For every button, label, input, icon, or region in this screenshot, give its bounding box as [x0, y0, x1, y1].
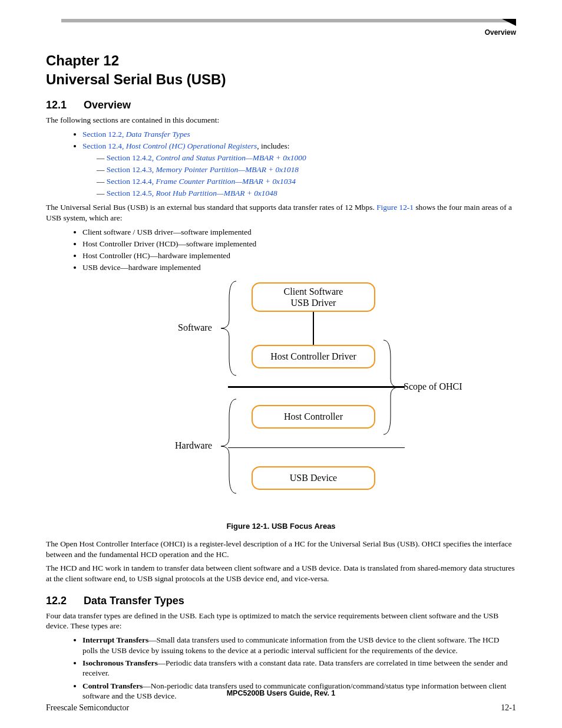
section-title: Overview	[84, 99, 131, 111]
toc-sublist: Section 12.4.2, Control and Status Parti…	[82, 153, 516, 199]
list-item: USB device—hardware implemented	[82, 262, 516, 273]
toc-item: Section 12.2, Data Transfer Types	[82, 129, 516, 140]
xref-link[interactable]: Section 12.4.4, Frame Counter Partition—…	[107, 177, 296, 186]
toc-subitem: Section 12.4.5, Root Hub Partition—MBAR …	[97, 188, 516, 199]
section-title: Data Transfer Types	[84, 595, 184, 607]
list-item: Client software / USB driver—software im…	[82, 227, 516, 238]
xref-figure-link[interactable]: Figure 12-1	[376, 203, 414, 212]
diagram-connector	[313, 312, 314, 345]
diagram-divider-thin	[228, 447, 405, 448]
page: Overview Chapter 12 Universal Serial Bus…	[0, 0, 562, 728]
list-item: Host Controller (HC)—hardware implemente…	[82, 251, 516, 261]
xref-link[interactable]: Section 12.2, Data Transfer Types	[82, 130, 190, 139]
toc-subitem: Section 12.4.3, Memory Pointer Partition…	[97, 164, 516, 175]
xref-link[interactable]: Section 12.4.5, Root Hub Partition—MBAR …	[107, 189, 277, 197]
overview-para-usb: The Universal Serial Bus (USB) is an ext…	[46, 202, 516, 223]
overview-para-ohci: The Open Host Controller Interface (OHCI…	[46, 539, 516, 559]
transfer-intro: Four data transfer types are defined in …	[46, 611, 516, 631]
diagram-box-hcd: Host Controller Driver	[252, 345, 375, 368]
section-transfer-heading: 12.2Data Transfer Types	[46, 595, 516, 607]
xref-link[interactable]: Section 12.4, Host Control (HC) Operatio…	[82, 141, 257, 150]
list-item: Isochronous Transfers—Periodic data tran…	[82, 658, 516, 678]
toc-item: Section 12.4, Host Control (HC) Operatio…	[82, 141, 516, 199]
section-num: 12.2	[46, 595, 84, 607]
footer-row: Freescale Semiconductor 12-1	[46, 703, 516, 713]
figure-usb-focus-areas: Client SoftwareUSB Driver Host Controlle…	[98, 279, 464, 515]
list-item: Interrupt Transfers—Small data transfers…	[82, 635, 516, 655]
diagram-divider-thick	[228, 386, 405, 388]
xref-link[interactable]: Section 12.4.3, Memory Pointer Partition…	[107, 165, 299, 174]
areas-list: Client software / USB driver—software im…	[46, 227, 516, 273]
xref-link[interactable]: Section 12.4.2, Control and Status Parti…	[107, 153, 306, 162]
brace-icon	[220, 279, 237, 378]
header-corner-label: Overview	[46, 28, 516, 37]
list-item: Host Controller Driver (HCD)—software im…	[82, 239, 516, 249]
diagram-box-client-software: Client SoftwareUSB Driver	[252, 282, 375, 312]
figure-caption: Figure 12-1. USB Focus Areas	[46, 522, 516, 531]
brace-icon	[382, 338, 400, 437]
toc-subitem: Section 12.4.4, Frame Counter Partition—…	[97, 176, 516, 187]
diagram-label-scope: Scope of OHCI	[404, 381, 462, 392]
chapter-title: Universal Serial Bus (USB)	[46, 71, 516, 88]
diagram-label-software: Software	[178, 322, 212, 333]
section-num: 12.1	[46, 99, 84, 111]
diagram-box-hc: Host Controller	[252, 405, 375, 429]
toc-subitem: Section 12.4.2, Control and Status Parti…	[97, 153, 516, 163]
footer-doc-title: MPC5200B Users Guide, Rev. 1	[0, 689, 562, 697]
overview-para-hcd: The HCD and HC work in tandem to transfe…	[46, 563, 516, 584]
overview-intro: The following sections are contained in …	[46, 115, 516, 126]
diagram-label-hardware: Hardware	[175, 440, 212, 451]
chapter-number: Chapter 12	[46, 52, 516, 70]
toc-list: Section 12.2, Data Transfer Types Sectio…	[46, 129, 516, 199]
diagram-box-usb-device: USB Device	[252, 466, 375, 490]
brace-icon	[220, 397, 237, 496]
footer-page-number: 12-1	[501, 703, 516, 713]
header-rule	[46, 19, 516, 25]
section-overview-heading: 12.1Overview	[46, 99, 516, 111]
footer-company: Freescale Semiconductor	[46, 703, 129, 713]
